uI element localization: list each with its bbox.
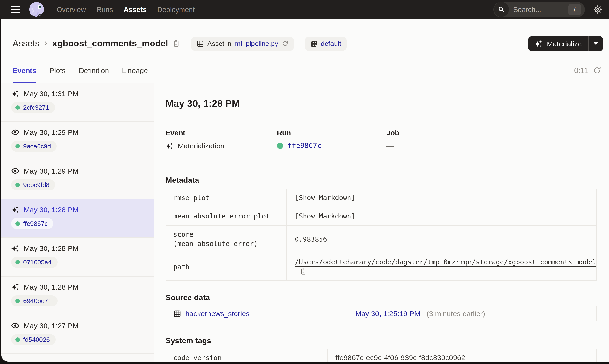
search-input[interactable] (512, 5, 568, 14)
asset-table-icon (173, 310, 181, 317)
show-markdown-link[interactable]: Show Markdown (299, 194, 351, 202)
system-tags-heading: System tags (166, 337, 597, 345)
repository-default-link[interactable]: default (321, 40, 341, 47)
repository-badge: default (305, 37, 346, 51)
caret-down-icon (594, 42, 598, 45)
metadata-key: rmse plot (166, 189, 286, 207)
materialize-dropdown-button[interactable] (588, 36, 603, 51)
source-data-row: hackernews_stories May 30, 1:25:19 PM (3… (166, 306, 597, 321)
code-location-icon (197, 40, 204, 47)
materialize-split-button: Materialize (528, 36, 603, 51)
run-status-dot (15, 221, 20, 226)
event-time: May 30, 1:29 PM (24, 128, 79, 136)
system-tag-value: ffe9867c-ec9c-4f06-939c-f8dc830c0962 (328, 349, 597, 362)
run-pill[interactable]: 9ebc9fd8 (11, 179, 55, 190)
event-time: May 30, 1:27 PM (24, 322, 79, 330)
run-id-link[interactable]: ffe9867c (288, 142, 321, 149)
show-markdown-link[interactable]: Show Markdown (299, 212, 351, 220)
nav-item-deployment[interactable]: Deployment (157, 6, 195, 13)
event-type-value: Materialization (178, 142, 224, 150)
event-time: May 30, 1:28 PM (24, 206, 79, 214)
metadata-table: rmse plot[Show Markdown]mean_absolute_er… (166, 189, 597, 281)
event-list-item[interactable]: May 30, 1:31 PM2cfc3271 (1, 83, 154, 122)
tab-plots[interactable]: Plots (49, 58, 66, 83)
tab-events[interactable]: Events (13, 58, 36, 83)
run-id-link[interactable]: fd540026 (23, 336, 50, 343)
run-id-link[interactable]: 2cfc3271 (23, 104, 49, 111)
run-status-dot (277, 142, 283, 149)
settings-gear-icon[interactable] (593, 5, 602, 14)
event-time: May 30, 1:28 PM (24, 283, 79, 291)
system-tag-key: code_version (166, 349, 328, 362)
refresh-icon[interactable] (593, 66, 601, 75)
hamburger-menu-icon[interactable] (11, 6, 20, 13)
materialize-button[interactable]: Materialize (528, 36, 588, 51)
event-column-label: Event (166, 129, 277, 137)
run-pill[interactable]: 2cfc3271 (11, 102, 55, 113)
reload-location-icon[interactable] (281, 40, 288, 47)
event-time: May 30, 1:31 PM (24, 90, 79, 98)
breadcrumb: Assets › xgboost_comments_model (13, 37, 347, 51)
materialization-icon (11, 206, 19, 214)
materialization-icon (11, 90, 19, 98)
run-pill[interactable]: 9aca6c9d (11, 141, 57, 152)
nav-item-assets[interactable]: Assets (124, 6, 147, 13)
metadata-value: [Show Markdown] (286, 207, 587, 225)
source-time-note: (3 minutes earlier) (427, 309, 485, 318)
search-shortcut-key: / (568, 4, 581, 15)
event-list-item[interactable]: May 30, 1:28 PM6940be71 (1, 276, 154, 315)
source-asset-link[interactable]: hackernews_stories (185, 309, 249, 318)
run-id-link[interactable]: 6940be71 (23, 297, 52, 305)
event-list-item[interactable]: May 30, 1:29 PM9aca6c9d (1, 122, 154, 160)
run-status-dot (15, 299, 20, 303)
sparkle-icon (535, 39, 543, 48)
nav-item-overview[interactable]: Overview (57, 6, 86, 13)
run-id-link[interactable]: 071605a4 (23, 259, 52, 266)
global-search[interactable]: / (493, 2, 585, 17)
event-list-item[interactable]: May 30, 1:27 PMfd540026 (1, 315, 154, 354)
run-status-dot (15, 105, 20, 110)
run-id-link[interactable]: 9aca6c9d (23, 143, 51, 150)
metadata-spacer-cell (587, 225, 597, 253)
job-column-label: Job (386, 129, 597, 137)
asset-location-badge: Asset in ml_pipeline.py (192, 37, 294, 51)
asset-tabs-row: EventsPlotsDefinitionLineage 0:11 (1, 58, 609, 83)
run-pill[interactable]: 071605a4 (11, 257, 57, 268)
event-list-item[interactable]: May 30, 1:28 PM071605a4 (1, 238, 154, 276)
source-data-heading: Source data (166, 293, 597, 302)
nav-item-runs[interactable]: Runs (97, 6, 113, 13)
run-status-dot (15, 144, 20, 148)
top-nav: OverviewRunsAssetsDeployment / (0, 0, 609, 19)
breadcrumb-assets-link[interactable]: Assets (13, 38, 40, 49)
metadata-value: 0.983856 (286, 225, 587, 253)
event-list-item[interactable]: May 30, 1:28 PMffe9867c (1, 199, 154, 238)
metadata-row: score (mean_absolute_error)0.983856 (166, 225, 597, 253)
source-timestamp-link[interactable]: May 30, 1:25:19 PM (355, 309, 420, 318)
page-title: xgboost_comments_model (52, 38, 168, 49)
dagster-logo[interactable] (28, 1, 44, 17)
tab-definition[interactable]: Definition (79, 58, 109, 83)
run-pill[interactable]: fd540026 (11, 334, 56, 345)
copy-path-icon[interactable] (300, 268, 307, 275)
job-value: — (386, 142, 394, 150)
metadata-value: /Users/odetteharary/code/dagster/tmp_0mz… (286, 253, 587, 281)
run-id-link[interactable]: ffe9867c (23, 220, 48, 227)
run-status-dot (15, 338, 20, 342)
asset-page: Assets › xgboost_comments_model (1, 19, 609, 362)
refresh-timer: 0:11 (574, 66, 588, 75)
pipeline-file-link[interactable]: ml_pipeline.py (235, 40, 278, 47)
run-status-dot (15, 183, 20, 187)
event-list-item[interactable]: May 30, 1:29 PM9ebc9fd8 (1, 160, 154, 199)
run-pill[interactable]: ffe9867c (11, 218, 54, 229)
nav-links: OverviewRunsAssetsDeployment (57, 6, 194, 13)
run-pill[interactable]: 6940be71 (11, 295, 57, 306)
metadata-spacer-cell (587, 207, 597, 225)
event-time: May 30, 1:29 PM (24, 167, 79, 175)
run-column-label: Run (277, 129, 386, 137)
observation-icon (11, 167, 19, 175)
materialization-icon (166, 142, 173, 150)
copy-asset-name-icon[interactable] (173, 40, 180, 47)
run-id-link[interactable]: 9ebc9fd8 (23, 181, 50, 189)
tab-lineage[interactable]: Lineage (122, 58, 148, 83)
path-link[interactable]: /Users/odetteharary/code/dagster/tmp_0mz… (295, 258, 596, 266)
